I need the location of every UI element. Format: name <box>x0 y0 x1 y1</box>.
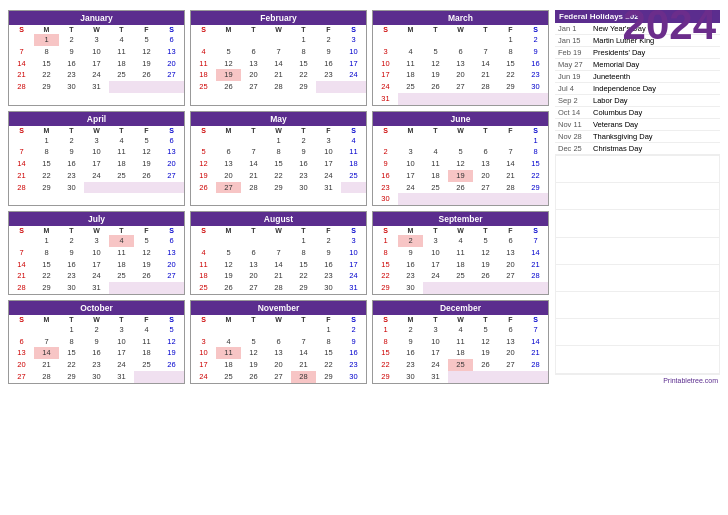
day-cell: 31 <box>373 93 398 105</box>
day-cell: 17 <box>84 58 109 70</box>
shaded-cell <box>134 371 159 383</box>
day-cell: 3 <box>423 235 448 247</box>
day-header: F <box>134 126 159 135</box>
day-cell: 14 <box>266 58 291 70</box>
shaded-cell <box>473 371 498 383</box>
day-cell: 15 <box>373 259 398 271</box>
day-cell: 14 <box>9 158 34 170</box>
empty-cell <box>241 235 266 247</box>
day-cell: 9 <box>398 247 423 259</box>
day-cell: 20 <box>241 270 266 282</box>
day-cell: 28 <box>523 359 548 371</box>
day-cell: 31 <box>109 371 134 383</box>
day-cell: 1 <box>59 324 84 336</box>
day-cell: 3 <box>398 146 423 158</box>
day-cell: 30 <box>59 81 84 93</box>
day-cell: 29 <box>34 182 59 194</box>
day-cell: 21 <box>241 170 266 182</box>
blank-row <box>556 292 719 319</box>
day-cell: 17 <box>191 359 216 371</box>
day-cell: 9 <box>373 158 398 170</box>
day-cell: 18 <box>109 158 134 170</box>
holiday-date: Sep 2 <box>555 95 590 107</box>
day-cell: 15 <box>266 158 291 170</box>
day-cell: 11 <box>341 146 366 158</box>
day-cell: 22 <box>523 170 548 182</box>
day-cell: 25 <box>341 170 366 182</box>
day-cell: 21 <box>34 359 59 371</box>
day-cell: 6 <box>159 235 184 247</box>
day-cell: 16 <box>59 259 84 271</box>
day-cell: 12 <box>216 259 241 271</box>
day-cell: 8 <box>59 336 84 348</box>
empty-cell <box>398 135 423 147</box>
day-cell: 1 <box>291 34 316 46</box>
day-header: S <box>191 315 216 324</box>
day-cell: 19 <box>134 259 159 271</box>
day-cell: 25 <box>109 69 134 81</box>
shaded-cell <box>109 81 134 93</box>
day-cell: 10 <box>373 58 398 70</box>
day-cell: 13 <box>498 247 523 259</box>
day-header: S <box>523 25 548 34</box>
day-cell: 26 <box>473 359 498 371</box>
day-cell: 28 <box>9 182 34 194</box>
day-cell: 16 <box>59 158 84 170</box>
day-cell: 10 <box>191 347 216 359</box>
day-cell: 25 <box>109 170 134 182</box>
day-header: F <box>498 226 523 235</box>
day-header: T <box>423 226 448 235</box>
shaded-cell <box>398 193 423 205</box>
holiday-name: Presidents' Day <box>590 47 720 59</box>
day-cell: 31 <box>316 182 341 194</box>
day-header: F <box>498 315 523 324</box>
day-cell: 1 <box>316 324 341 336</box>
shaded-cell <box>159 282 184 294</box>
month-header-july: July <box>9 212 184 226</box>
day-cell: 29 <box>266 182 291 194</box>
day-header: W <box>448 315 473 324</box>
day-cell: 11 <box>109 146 134 158</box>
day-cell: 13 <box>216 158 241 170</box>
day-cell: 21 <box>291 359 316 371</box>
day-cell: 22 <box>34 170 59 182</box>
day-cell: 30 <box>316 282 341 294</box>
day-cell: 18 <box>448 259 473 271</box>
day-cell: 8 <box>523 146 548 158</box>
empty-cell <box>241 324 266 336</box>
day-cell: 17 <box>398 170 423 182</box>
holiday-date: Jan 1 <box>555 23 590 35</box>
holiday-date: May 27 <box>555 59 590 71</box>
day-cell: 24 <box>191 371 216 383</box>
day-cell: 13 <box>448 58 473 70</box>
day-cell: 14 <box>34 347 59 359</box>
day-cell: 28 <box>34 371 59 383</box>
day-cell: 17 <box>423 259 448 271</box>
month-december: DecemberSMTWTFS1234567891011121314151617… <box>372 300 549 384</box>
day-cell: 25 <box>134 359 159 371</box>
blank-row <box>556 238 719 265</box>
month-header-september: September <box>373 212 548 226</box>
day-cell: 13 <box>159 146 184 158</box>
day-cell: 19 <box>241 359 266 371</box>
day-cell: 17 <box>341 259 366 271</box>
day-cell: 6 <box>241 46 266 58</box>
day-cell: 22 <box>34 270 59 282</box>
empty-cell <box>473 34 498 46</box>
day-cell: 29 <box>373 371 398 383</box>
day-cell: 26 <box>448 182 473 194</box>
holiday-row: Feb 19Presidents' Day <box>555 47 720 59</box>
day-header: M <box>216 315 241 324</box>
day-cell: 7 <box>9 46 34 58</box>
day-cell: 2 <box>59 34 84 46</box>
day-cell: 21 <box>473 69 498 81</box>
holiday-date: Feb 19 <box>555 47 590 59</box>
day-cell: 23 <box>316 270 341 282</box>
day-cell: 24 <box>316 170 341 182</box>
day-cell: 2 <box>59 135 84 147</box>
day-cell: 9 <box>59 146 84 158</box>
day-cell: 26 <box>134 170 159 182</box>
day-cell: 27 <box>159 270 184 282</box>
day-header: W <box>84 25 109 34</box>
day-header: M <box>34 25 59 34</box>
